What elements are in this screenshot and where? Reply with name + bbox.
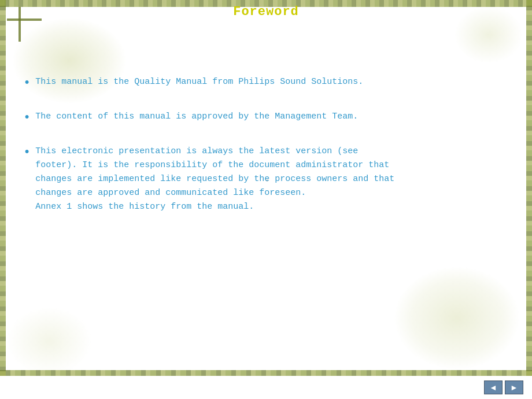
bullet-item-2: • The content of this manual is approved…: [23, 110, 515, 127]
bullet-text-1: This manual is the Quality Manual from P…: [35, 75, 363, 89]
bullet-text-2: The content of this manual is approved b…: [35, 110, 358, 124]
bottom-navigation: ◄ ►: [484, 380, 523, 394]
border-right: [526, 0, 532, 376]
bullet-dot-2: •: [23, 108, 31, 127]
bullet-item-1: • This manual is the Quality Manual from…: [23, 75, 515, 93]
border-bottom: [0, 370, 532, 376]
prev-button[interactable]: ◄: [484, 380, 503, 394]
slide-title: Foreword: [0, 5, 532, 19]
bullet-item-3: • This electronic presentation is always…: [23, 145, 515, 214]
content-area: • This manual is the Quality Manual from…: [23, 75, 515, 353]
bullet-text-3: This electronic presentation is always t…: [35, 145, 394, 214]
border-left: [0, 0, 6, 376]
slide-container: Foreword • This manual is the Quality Ma…: [0, 0, 532, 399]
bullet-dot-3: •: [23, 143, 31, 162]
next-button[interactable]: ►: [505, 380, 523, 394]
bullet-dot-1: •: [23, 73, 31, 93]
